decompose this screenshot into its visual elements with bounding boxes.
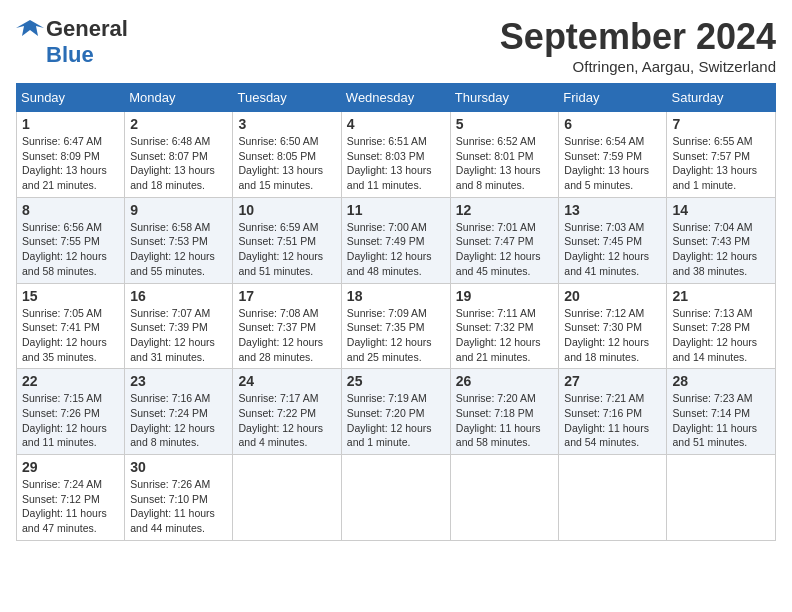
day-number: 6: [564, 116, 661, 132]
logo-blue-text: Blue: [46, 42, 94, 68]
day-number: 2: [130, 116, 227, 132]
header-tuesday: Tuesday: [233, 84, 341, 112]
calendar-day-cell: 17 Sunrise: 7:08 AMSunset: 7:37 PMDaylig…: [233, 283, 341, 369]
calendar-day-cell: 10 Sunrise: 6:59 AMSunset: 7:51 PMDaylig…: [233, 197, 341, 283]
calendar-week-row: 1 Sunrise: 6:47 AMSunset: 8:09 PMDayligh…: [17, 112, 776, 198]
header-friday: Friday: [559, 84, 667, 112]
day-number: 15: [22, 288, 119, 304]
calendar-day-cell: 25 Sunrise: 7:19 AMSunset: 7:20 PMDaylig…: [341, 369, 450, 455]
day-number: 30: [130, 459, 227, 475]
page-header: General Blue September 2024 Oftringen, A…: [16, 16, 776, 75]
header-monday: Monday: [125, 84, 233, 112]
header-wednesday: Wednesday: [341, 84, 450, 112]
weekday-header-row: Sunday Monday Tuesday Wednesday Thursday…: [17, 84, 776, 112]
day-number: 13: [564, 202, 661, 218]
day-number: 20: [564, 288, 661, 304]
calendar-day-cell: 11 Sunrise: 7:00 AMSunset: 7:49 PMDaylig…: [341, 197, 450, 283]
empty-cell: [450, 455, 559, 541]
calendar-day-cell: 30 Sunrise: 7:26 AMSunset: 7:10 PMDaylig…: [125, 455, 233, 541]
calendar-day-cell: 8 Sunrise: 6:56 AMSunset: 7:55 PMDayligh…: [17, 197, 125, 283]
day-number: 24: [238, 373, 335, 389]
day-info: Sunrise: 7:21 AMSunset: 7:16 PMDaylight:…: [564, 392, 649, 448]
day-number: 7: [672, 116, 770, 132]
month-title: September 2024: [500, 16, 776, 58]
day-info: Sunrise: 7:01 AMSunset: 7:47 PMDaylight:…: [456, 221, 541, 277]
day-number: 16: [130, 288, 227, 304]
day-number: 28: [672, 373, 770, 389]
day-number: 22: [22, 373, 119, 389]
day-number: 9: [130, 202, 227, 218]
calendar-week-row: 8 Sunrise: 6:56 AMSunset: 7:55 PMDayligh…: [17, 197, 776, 283]
header-saturday: Saturday: [667, 84, 776, 112]
empty-cell: [559, 455, 667, 541]
calendar-table: Sunday Monday Tuesday Wednesday Thursday…: [16, 83, 776, 541]
calendar-day-cell: 15 Sunrise: 7:05 AMSunset: 7:41 PMDaylig…: [17, 283, 125, 369]
day-number: 5: [456, 116, 554, 132]
day-number: 29: [22, 459, 119, 475]
calendar-day-cell: 9 Sunrise: 6:58 AMSunset: 7:53 PMDayligh…: [125, 197, 233, 283]
calendar-day-cell: 4 Sunrise: 6:51 AMSunset: 8:03 PMDayligh…: [341, 112, 450, 198]
day-info: Sunrise: 6:56 AMSunset: 7:55 PMDaylight:…: [22, 221, 107, 277]
day-number: 26: [456, 373, 554, 389]
calendar-day-cell: 3 Sunrise: 6:50 AMSunset: 8:05 PMDayligh…: [233, 112, 341, 198]
day-info: Sunrise: 7:03 AMSunset: 7:45 PMDaylight:…: [564, 221, 649, 277]
day-number: 14: [672, 202, 770, 218]
day-number: 19: [456, 288, 554, 304]
empty-cell: [341, 455, 450, 541]
day-info: Sunrise: 7:12 AMSunset: 7:30 PMDaylight:…: [564, 307, 649, 363]
calendar-day-cell: 14 Sunrise: 7:04 AMSunset: 7:43 PMDaylig…: [667, 197, 776, 283]
day-number: 12: [456, 202, 554, 218]
logo-bird-icon: [16, 18, 44, 40]
day-number: 17: [238, 288, 335, 304]
svg-marker-0: [16, 20, 44, 36]
day-info: Sunrise: 6:54 AMSunset: 7:59 PMDaylight:…: [564, 135, 649, 191]
day-info: Sunrise: 7:19 AMSunset: 7:20 PMDaylight:…: [347, 392, 432, 448]
calendar-week-row: 15 Sunrise: 7:05 AMSunset: 7:41 PMDaylig…: [17, 283, 776, 369]
calendar-day-cell: 28 Sunrise: 7:23 AMSunset: 7:14 PMDaylig…: [667, 369, 776, 455]
day-info: Sunrise: 6:50 AMSunset: 8:05 PMDaylight:…: [238, 135, 323, 191]
day-info: Sunrise: 7:04 AMSunset: 7:43 PMDaylight:…: [672, 221, 757, 277]
day-info: Sunrise: 7:16 AMSunset: 7:24 PMDaylight:…: [130, 392, 215, 448]
calendar-day-cell: 18 Sunrise: 7:09 AMSunset: 7:35 PMDaylig…: [341, 283, 450, 369]
day-info: Sunrise: 7:23 AMSunset: 7:14 PMDaylight:…: [672, 392, 757, 448]
logo-general: General: [46, 16, 128, 42]
day-info: Sunrise: 7:15 AMSunset: 7:26 PMDaylight:…: [22, 392, 107, 448]
header-sunday: Sunday: [17, 84, 125, 112]
calendar-day-cell: 29 Sunrise: 7:24 AMSunset: 7:12 PMDaylig…: [17, 455, 125, 541]
calendar-day-cell: 22 Sunrise: 7:15 AMSunset: 7:26 PMDaylig…: [17, 369, 125, 455]
day-number: 8: [22, 202, 119, 218]
day-info: Sunrise: 7:05 AMSunset: 7:41 PMDaylight:…: [22, 307, 107, 363]
calendar-day-cell: 12 Sunrise: 7:01 AMSunset: 7:47 PMDaylig…: [450, 197, 559, 283]
day-info: Sunrise: 7:07 AMSunset: 7:39 PMDaylight:…: [130, 307, 215, 363]
day-info: Sunrise: 7:11 AMSunset: 7:32 PMDaylight:…: [456, 307, 541, 363]
title-area: September 2024 Oftringen, Aargau, Switze…: [500, 16, 776, 75]
empty-cell: [667, 455, 776, 541]
day-info: Sunrise: 7:20 AMSunset: 7:18 PMDaylight:…: [456, 392, 541, 448]
day-info: Sunrise: 7:17 AMSunset: 7:22 PMDaylight:…: [238, 392, 323, 448]
day-info: Sunrise: 6:48 AMSunset: 8:07 PMDaylight:…: [130, 135, 215, 191]
day-number: 21: [672, 288, 770, 304]
calendar-day-cell: 16 Sunrise: 7:07 AMSunset: 7:39 PMDaylig…: [125, 283, 233, 369]
day-info: Sunrise: 6:52 AMSunset: 8:01 PMDaylight:…: [456, 135, 541, 191]
day-number: 25: [347, 373, 445, 389]
day-info: Sunrise: 7:00 AMSunset: 7:49 PMDaylight:…: [347, 221, 432, 277]
day-number: 4: [347, 116, 445, 132]
day-info: Sunrise: 6:51 AMSunset: 8:03 PMDaylight:…: [347, 135, 432, 191]
day-info: Sunrise: 7:13 AMSunset: 7:28 PMDaylight:…: [672, 307, 757, 363]
calendar-week-row: 29 Sunrise: 7:24 AMSunset: 7:12 PMDaylig…: [17, 455, 776, 541]
day-info: Sunrise: 6:59 AMSunset: 7:51 PMDaylight:…: [238, 221, 323, 277]
day-number: 11: [347, 202, 445, 218]
calendar-day-cell: 6 Sunrise: 6:54 AMSunset: 7:59 PMDayligh…: [559, 112, 667, 198]
calendar-day-cell: 24 Sunrise: 7:17 AMSunset: 7:22 PMDaylig…: [233, 369, 341, 455]
day-number: 3: [238, 116, 335, 132]
calendar-week-row: 22 Sunrise: 7:15 AMSunset: 7:26 PMDaylig…: [17, 369, 776, 455]
calendar-day-cell: 20 Sunrise: 7:12 AMSunset: 7:30 PMDaylig…: [559, 283, 667, 369]
day-info: Sunrise: 7:09 AMSunset: 7:35 PMDaylight:…: [347, 307, 432, 363]
day-number: 1: [22, 116, 119, 132]
calendar-day-cell: 7 Sunrise: 6:55 AMSunset: 7:57 PMDayligh…: [667, 112, 776, 198]
logo: General Blue: [16, 16, 128, 68]
empty-cell: [233, 455, 341, 541]
day-info: Sunrise: 6:47 AMSunset: 8:09 PMDaylight:…: [22, 135, 107, 191]
calendar-day-cell: 1 Sunrise: 6:47 AMSunset: 8:09 PMDayligh…: [17, 112, 125, 198]
day-number: 27: [564, 373, 661, 389]
